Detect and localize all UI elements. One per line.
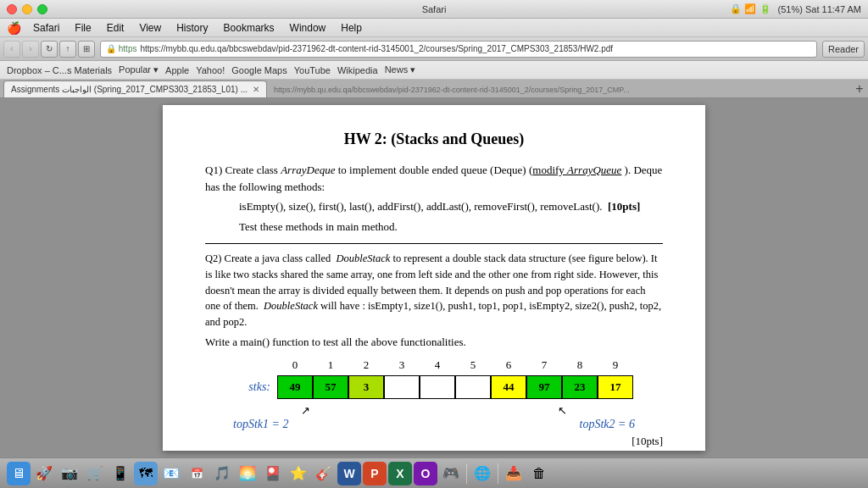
dock-launchpad[interactable]: 🚀 (32, 462, 56, 485)
dock-maps[interactable]: 🗺 (134, 462, 158, 485)
menu-help[interactable]: Help (334, 20, 369, 36)
dock-itunes[interactable]: 🎵 (210, 462, 234, 485)
dock-appstore[interactable]: 🛒 (83, 462, 107, 485)
dock-photo[interactable]: 📷 (58, 462, 81, 485)
dock-guitar[interactable]: 🎸 (312, 462, 336, 485)
bookmark-wikipedia[interactable]: Wikipedia (337, 65, 378, 75)
tab-bar: Assignments الواجبات (Spring_2017_CMPS30… (0, 80, 868, 98)
cell-4 (420, 375, 455, 399)
menu-bar: 🍎 Safari File Edit View History Bookmark… (0, 19, 868, 37)
browser-tab[interactable]: Assignments الواجبات (Spring_2017_CMPS30… (3, 80, 267, 97)
index-7: 7 (526, 358, 562, 372)
bookmark-popular[interactable]: Popular ▾ (119, 64, 159, 75)
dock-finder[interactable]: 🖥 (7, 462, 31, 485)
topstk1-label: topStk1 = 2 (233, 418, 288, 431)
index-4: 4 (420, 358, 455, 372)
bookmark-dropbox[interactable]: Dropbox – C...s Materials (7, 65, 112, 75)
tab-label: Assignments الواجبات (Spring_2017_CMPS30… (11, 85, 248, 94)
cell-5 (455, 375, 491, 399)
menu-history[interactable]: History (170, 20, 214, 36)
dock-separator (466, 463, 467, 484)
bookmark-googlemaps[interactable]: Google Maps (231, 65, 287, 75)
menu-view[interactable]: View (132, 20, 168, 36)
dock-iphoto[interactable]: 🎴 (261, 462, 285, 485)
menu-window[interactable]: Window (283, 20, 333, 36)
bookmark-yahoo[interactable]: Yahoo! (196, 65, 225, 75)
nav-bar: ‹ › ↻ ↑ ⊞ 🔒 https https://mybb.qu.edu.qa… (0, 37, 868, 61)
show-all-tabs-button[interactable]: ⊞ (78, 41, 95, 58)
close-button[interactable] (7, 4, 17, 14)
topstk2-annotation: ↖ topStk2 = 6 (558, 404, 635, 431)
minimize-button[interactable] (22, 4, 32, 14)
cell-2: 3 (348, 375, 384, 399)
share-button[interactable]: ↑ (59, 41, 76, 58)
dock-onenote[interactable]: O (414, 462, 437, 485)
annotations-row: ↗ topStk1 = 2 ↖ topStk2 = 6 (233, 404, 635, 431)
reader-button[interactable]: Reader (822, 41, 865, 58)
q1-section: Q1) Create class ArrayDeque to implement… (205, 162, 663, 235)
q1-methods: isEmpty(), size(), first(), last(), addF… (205, 198, 663, 215)
pdf-title: HW 2: (Stacks and Queues) (205, 130, 663, 148)
content-area: HW 2: (Stacks and Queues) Q1) Create cla… (0, 98, 868, 458)
back-button[interactable]: ‹ (3, 41, 20, 58)
tab-url-display: https://mybb.qu.edu.qa/bbcswebdav/pid-23… (267, 82, 851, 97)
topstk2-label: topStk2 = 6 (580, 418, 635, 431)
menu-edit[interactable]: Edit (100, 20, 131, 36)
index-1: 1 (313, 358, 348, 372)
q2-text: Q2) Create a java class called DoubleSta… (205, 251, 663, 330)
stks-row: stks: 49 57 3 44 97 23 17 (235, 375, 633, 399)
dock-star[interactable]: ⭐ (287, 462, 310, 485)
stks-label: stks: (235, 380, 270, 394)
menu-file[interactable]: File (68, 20, 97, 36)
cell-0: 49 (277, 375, 313, 399)
topstk1-annotation: ↗ topStk1 = 2 (233, 404, 310, 431)
dock-word[interactable]: W (337, 462, 361, 485)
bookmark-youtube[interactable]: YouTube (294, 65, 331, 75)
window-title: Safari (422, 4, 447, 14)
bookmarks-bar: Dropbox – C...s Materials Popular ▾ Appl… (0, 61, 868, 80)
cell-6: 44 (491, 375, 526, 399)
dock-bar: 🖥 🚀 📷 🛒 📱 🗺 📧 📅 🎵 🌅 🎴 ⭐ 🎸 W P X O 🎮 🌐 📥 … (0, 458, 868, 488)
q1-text: Q1) Create class ArrayDeque to implement… (205, 162, 663, 195)
index-9: 9 (598, 358, 633, 372)
index-0: 0 (277, 358, 313, 372)
indices-row: 0 1 2 3 4 5 6 7 8 9 (277, 358, 633, 372)
dock-chrome[interactable]: 🌐 (470, 462, 494, 485)
dock-powerpoint[interactable]: P (363, 462, 387, 485)
bookmark-news[interactable]: News ▾ (385, 64, 416, 75)
q2-pts: [10pts] (205, 435, 663, 448)
dock-game[interactable]: 🎮 (439, 462, 463, 485)
pdf-document: HW 2: (Stacks and Queues) Q1) Create cla… (163, 105, 705, 451)
dock-excel[interactable]: X (388, 462, 412, 485)
cell-3 (384, 375, 420, 399)
cell-1: 57 (313, 375, 348, 399)
menu-safari[interactable]: Safari (26, 20, 66, 36)
dock-iphone[interactable]: 📱 (108, 462, 132, 485)
apple-menu[interactable]: 🍎 (7, 21, 21, 35)
index-5: 5 (455, 358, 491, 372)
menu-bookmarks[interactable]: Bookmarks (217, 20, 281, 36)
dock-trash[interactable]: 🗑 (527, 462, 551, 485)
index-8: 8 (562, 358, 598, 372)
dock-downloads[interactable]: 📥 (502, 462, 526, 485)
dock-mail[interactable]: 📧 (159, 462, 183, 485)
bookmark-apple[interactable]: Apple (165, 65, 189, 75)
cell-9: 17 (598, 375, 633, 399)
time-display: (51%) Sat 11:47 AM (778, 4, 861, 14)
index-3: 3 (384, 358, 420, 372)
fullscreen-button[interactable] (37, 4, 47, 14)
dock-separator-2 (498, 463, 498, 484)
reload-button[interactable]: ↻ (41, 41, 58, 58)
dock-calendar[interactable]: 📅 (185, 462, 209, 485)
index-6: 6 (491, 358, 526, 372)
title-bar-right: 🔒 📶 🔋 (51%) Sat 11:47 AM (730, 3, 861, 14)
dock-photos[interactable]: 🌅 (236, 462, 259, 485)
q2-section: Q2) Create a java class called DoubleSta… (205, 251, 663, 350)
tab-close-button[interactable]: ✕ (253, 85, 259, 94)
forward-button[interactable]: › (22, 41, 39, 58)
battery-icon: 🔒 📶 🔋 (730, 3, 771, 14)
address-bar[interactable]: 🔒 https https://mybb.qu.edu.qa/bbcswebda… (100, 41, 817, 58)
cell-7: 97 (526, 375, 562, 399)
new-tab-button[interactable]: + (851, 80, 868, 97)
traffic-lights (7, 4, 47, 14)
